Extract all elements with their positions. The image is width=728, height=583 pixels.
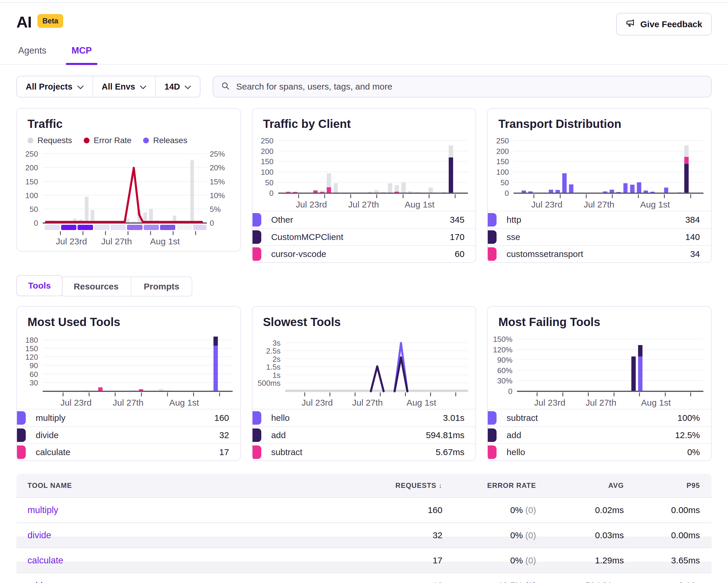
transport-chart[interactable] (514, 137, 703, 193)
bar-slot[interactable] (442, 137, 446, 193)
tab-mcp[interactable]: MCP (70, 45, 94, 64)
used-chart[interactable] (43, 336, 233, 391)
bar-slot[interactable] (78, 336, 82, 391)
legend-row[interactable]: subtract5.67ms (253, 443, 476, 460)
legend-row[interactable]: cursor-vscode60 (253, 245, 476, 262)
tool-name-link[interactable]: calculate (17, 555, 355, 566)
bar-slot[interactable] (637, 137, 641, 193)
tab-resources[interactable]: Resources (61, 277, 131, 296)
client-chart[interactable] (278, 137, 468, 193)
table-row[interactable]: divide320% (0)0.03ms0.00ms (17, 523, 711, 548)
bar-slot[interactable] (334, 137, 338, 193)
bar-slot[interactable] (51, 336, 55, 391)
bar-slot[interactable] (603, 137, 607, 193)
table-row[interactable]: multiply1600% (0)0.02ms0.00ms (17, 497, 711, 523)
legend-item[interactable]: Releases (143, 136, 187, 145)
envs-filter-dropdown[interactable]: All Envs (93, 76, 155, 97)
legend-row[interactable]: hello3.01s (253, 409, 476, 426)
traffic-chart[interactable] (43, 150, 207, 223)
bar-slot[interactable] (449, 137, 453, 193)
bar-slot[interactable] (327, 137, 331, 193)
bar-slot[interactable] (522, 137, 526, 193)
projects-filter-dropdown[interactable]: All Projects (17, 76, 93, 97)
bar-slot[interactable] (684, 137, 689, 193)
bar-slot[interactable] (132, 336, 136, 391)
legend-row[interactable]: hello0% (488, 443, 711, 460)
slowest-chart[interactable] (285, 336, 468, 391)
legend-row[interactable]: http384 (488, 211, 711, 228)
bar-slot[interactable] (139, 336, 143, 391)
legend-row[interactable]: add594.81ms (253, 426, 476, 443)
bar-slot[interactable] (563, 137, 567, 193)
tab-tools[interactable]: Tools (17, 275, 62, 296)
bar-slot[interactable] (166, 336, 170, 391)
bar-slot[interactable] (98, 336, 102, 391)
tab-agents[interactable]: Agents (17, 45, 48, 64)
col-p95[interactable]: P95 (624, 481, 711, 490)
give-feedback-button[interactable]: Give Feedback (616, 13, 711, 35)
failing-chart[interactable] (517, 336, 703, 391)
release-segment[interactable] (127, 225, 142, 230)
col-requests[interactable]: REQUESTS ↓ (355, 481, 442, 490)
bar-slot[interactable] (367, 137, 372, 193)
bar-slot[interactable] (650, 137, 655, 193)
bar-slot[interactable] (381, 137, 385, 193)
bar-slot[interactable] (617, 137, 621, 193)
bar-slot[interactable] (528, 137, 533, 193)
bar-slot[interactable] (610, 137, 614, 193)
bar-slot[interactable] (677, 137, 682, 193)
release-segment[interactable] (45, 225, 60, 230)
release-segment[interactable] (111, 225, 126, 230)
bar-slot[interactable] (388, 137, 392, 193)
legend-row[interactable]: multiply160 (17, 409, 240, 426)
bar-slot[interactable] (159, 336, 163, 391)
table-row[interactable]: calculate170% (0)1.29ms3.65ms (17, 548, 711, 573)
legend-row[interactable]: calculate17 (17, 443, 240, 460)
bar-slot[interactable] (84, 336, 89, 391)
bar-slot[interactable] (623, 137, 628, 193)
bar-slot[interactable] (395, 137, 399, 193)
legend-row[interactable]: subtract100% (488, 409, 711, 426)
legend-row[interactable]: CustomMCPClient170 (253, 228, 476, 245)
legend-row[interactable]: sse140 (488, 228, 711, 245)
tab-prompts[interactable]: Prompts (131, 277, 192, 296)
releases-band[interactable] (43, 225, 207, 230)
bar-slot[interactable] (549, 137, 553, 193)
bar-slot[interactable] (638, 336, 643, 391)
bar-slot[interactable] (569, 137, 573, 193)
col-error-rate[interactable]: ERROR RATE (442, 481, 536, 490)
legend-row[interactable]: Other345 (253, 211, 476, 228)
search-input[interactable] (236, 82, 703, 92)
search-bar[interactable] (213, 76, 711, 98)
legend-row[interactable]: customssetransport34 (488, 245, 711, 262)
release-segment[interactable] (144, 225, 159, 230)
release-segment[interactable] (177, 225, 192, 230)
bar-slot[interactable] (374, 137, 379, 193)
release-segment[interactable] (160, 225, 175, 230)
bar-slot[interactable] (213, 336, 218, 391)
bar-slot[interactable] (401, 137, 406, 193)
date-range-dropdown[interactable]: 14D (155, 76, 200, 97)
bar-slot[interactable] (630, 137, 634, 193)
bar-slot[interactable] (555, 137, 560, 193)
tool-name-link[interactable]: divide (17, 530, 355, 540)
bar-slot[interactable] (293, 137, 297, 193)
bar-slot[interactable] (644, 137, 648, 193)
release-segment[interactable] (61, 225, 76, 230)
bar-slot[interactable] (631, 336, 636, 391)
bar-slot[interactable] (320, 137, 324, 193)
tool-name-link[interactable]: multiply (17, 505, 355, 515)
tool-name-link[interactable]: add (17, 580, 355, 583)
bar-slot[interactable] (415, 137, 419, 193)
bar-slot[interactable] (664, 137, 668, 193)
col-avg[interactable]: AVG (536, 481, 624, 490)
table-row[interactable]: add1612.5% (2)594.81ms3.16s (17, 573, 711, 583)
release-segment[interactable] (94, 225, 109, 230)
legend-item[interactable]: Requests (27, 136, 72, 145)
release-segment[interactable] (78, 225, 93, 230)
bar-slot[interactable] (313, 137, 318, 193)
bar-slot[interactable] (408, 137, 413, 193)
legend-row[interactable]: divide32 (17, 426, 240, 443)
bar-slot[interactable] (57, 336, 62, 391)
bar-slot[interactable] (428, 137, 433, 193)
